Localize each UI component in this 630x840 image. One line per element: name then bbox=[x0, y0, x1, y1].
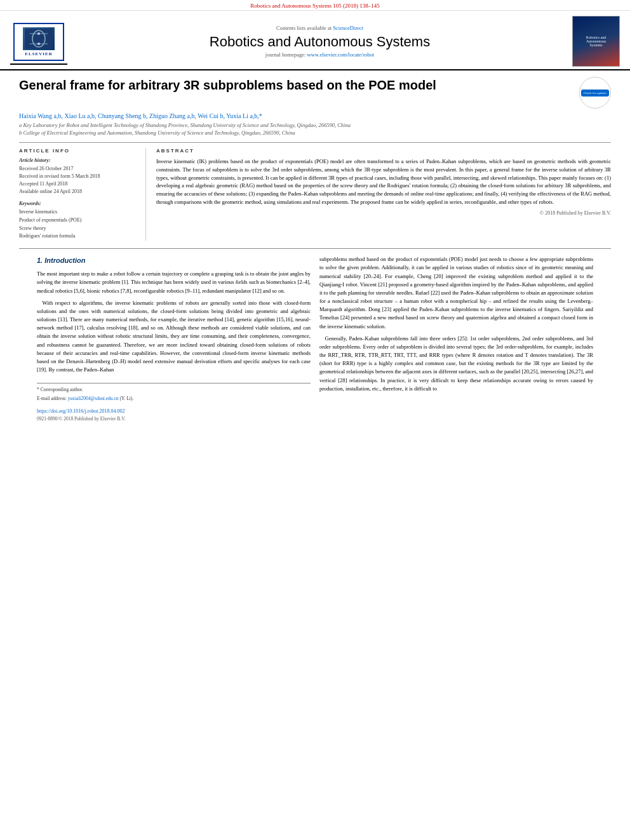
right-para-2: Generally, Paden–Kahan subproblems fall … bbox=[319, 335, 593, 393]
article-history-label: Article history: bbox=[19, 157, 138, 163]
intro-section-title: 1. Introduction bbox=[37, 255, 311, 266]
elsevier-name: ELSEVIER bbox=[25, 51, 52, 57]
sciencedirect-link[interactable]: ScienceDirect bbox=[333, 25, 363, 31]
journal-header: ELSEVIER Contents lists available at Sci… bbox=[0, 11, 630, 70]
article-title: General frame for arbitrary 3R subproble… bbox=[19, 77, 573, 93]
affiliation-b: b College of Electrical Engineering and … bbox=[19, 130, 611, 136]
article-info-col: Article Info Article history: Received 2… bbox=[19, 148, 146, 241]
section-divider bbox=[19, 248, 611, 249]
article-title-row: General frame for arbitrary 3R subproble… bbox=[19, 77, 611, 109]
right-body-col: subproblems method based on the product … bbox=[319, 255, 593, 422]
email-label: E-mail address: bbox=[37, 396, 67, 401]
accepted-date: Accepted 11 April 2018 bbox=[19, 180, 138, 188]
abstract-col: Abstract Inverse kinematic (IK) problems… bbox=[156, 148, 611, 241]
footnote-section: * Corresponding author. E-mail address: … bbox=[37, 383, 311, 422]
email-link[interactable]: yuxiali2004@sdust.edu.cn bbox=[68, 396, 119, 401]
footnote-email-line: E-mail address: yuxiali2004@sdust.edu.cn… bbox=[37, 395, 311, 403]
check-updates-badge: Check for updates bbox=[579, 77, 611, 109]
badge-inner-text: Check for updates bbox=[581, 90, 609, 97]
sciencedirect-line: Contents lists available at ScienceDirec… bbox=[67, 25, 572, 31]
section-title-text: Introduction bbox=[44, 257, 85, 264]
abstract-text: Inverse kinematic (IK) problems based on… bbox=[156, 157, 611, 206]
svg-rect-0 bbox=[25, 29, 53, 49]
keyword-2: Product of exponentials (POE) bbox=[19, 217, 138, 225]
section-number: 1. bbox=[37, 257, 43, 264]
abstract-header: Abstract bbox=[156, 148, 611, 154]
elsevier-logo-section: ELSEVIER bbox=[10, 18, 67, 65]
affiliation-a: a Key Laboratory for Robot and Intellige… bbox=[19, 122, 611, 128]
article-info-header: Article Info bbox=[19, 148, 138, 154]
keyword-4: Rodrigues' rotation formula bbox=[19, 232, 138, 241]
journal-center: Contents lists available at ScienceDirec… bbox=[67, 25, 572, 58]
issn-line: 0921-8890/© 2018 Published by Elsevier B… bbox=[37, 415, 311, 423]
copyright-line: © 2018 Published by Elsevier B.V. bbox=[156, 210, 611, 216]
journal-citation: Robotics and Autonomous Systems 105 (201… bbox=[0, 0, 630, 11]
revised-date: Received in revised form 5 March 2018 bbox=[19, 173, 138, 180]
svg-point-5 bbox=[37, 43, 40, 45]
keyword-1: Inverse kinematics bbox=[19, 208, 138, 217]
article-container: General frame for arbitrary 3R subproble… bbox=[0, 70, 630, 433]
contents-label: Contents lists available at bbox=[276, 25, 332, 31]
journal-thumbnail: Robotics andAutonomousSystems bbox=[572, 16, 620, 67]
intro-para-1: The most important step to make a robot … bbox=[37, 270, 311, 295]
right-para-1: subproblems method based on the product … bbox=[319, 255, 593, 331]
elsevier-logo-box: ELSEVIER bbox=[13, 23, 64, 61]
journal-title: Robotics and Autonomous Systems bbox=[67, 34, 572, 50]
elsevier-icon bbox=[23, 27, 55, 50]
top-bar: Robotics and Autonomous Systems 105 (201… bbox=[0, 0, 630, 11]
left-body-col: 1. Introduction The most important step … bbox=[37, 255, 311, 422]
keywords-label: Keywords: bbox=[19, 201, 138, 206]
footnote-star: * Corresponding author. bbox=[37, 386, 311, 394]
thumb-text: Robotics andAutonomousSystems bbox=[584, 33, 609, 50]
svg-point-4 bbox=[37, 32, 40, 35]
body-content: 1. Introduction The most important step … bbox=[19, 255, 611, 422]
intro-para-2: With respect to algorithms, the inverse … bbox=[37, 299, 311, 375]
homepage-url[interactable]: www.elsevier.com/locate/robot bbox=[307, 51, 374, 58]
online-date: Available online 24 April 2018 bbox=[19, 188, 138, 196]
journal-homepage: journal homepage: www.elsevier.com/locat… bbox=[67, 51, 572, 58]
homepage-label: journal homepage: bbox=[265, 51, 306, 58]
received-date: Received 26 October 2017 bbox=[19, 165, 138, 173]
authors-line: Haixia Wang a,b, Xiao Lu a,b, Chunyang S… bbox=[19, 112, 611, 119]
email-name: (Y. Li). bbox=[119, 396, 133, 401]
two-col-section: Article Info Article history: Received 2… bbox=[19, 142, 611, 241]
keyword-3: Screw theory bbox=[19, 225, 138, 233]
doi-line: https://doi.org/10.1016/j.robot.2018.04.… bbox=[37, 408, 311, 415]
